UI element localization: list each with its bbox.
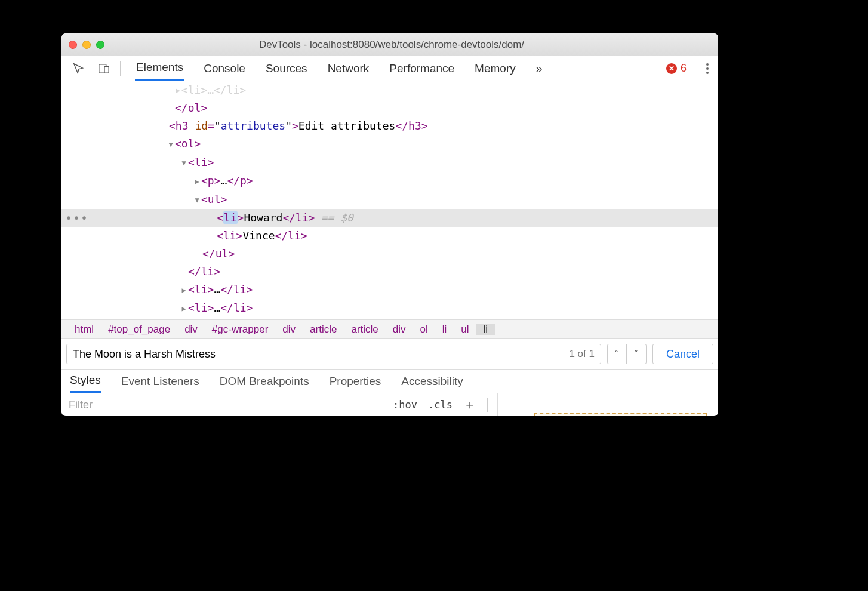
styles-filter-row: :hov .cls ＋ xyxy=(61,393,497,416)
selected-ellipsis-icon: ••• xyxy=(65,209,88,227)
inspect-element-button[interactable] xyxy=(66,56,91,81)
disclosure-triangle-icon[interactable]: ▼ xyxy=(193,191,201,209)
tab-memory[interactable]: Memory xyxy=(473,56,517,81)
new-style-rule-button[interactable]: ＋ xyxy=(463,396,476,414)
subtab-properties[interactable]: Properties xyxy=(330,370,381,393)
breadcrumb-item[interactable]: div xyxy=(386,324,413,335)
titlebar: DevTools - localhost:8080/web/tools/chro… xyxy=(61,33,718,56)
settings-menu-button[interactable] xyxy=(704,61,711,76)
error-count-value: 6 xyxy=(681,62,687,75)
search-bar: 1 of 1 ˄ ˅ Cancel xyxy=(61,339,718,370)
tree-row[interactable]: ▶<p>…</p> xyxy=(61,172,718,190)
breadcrumb-item[interactable]: ol xyxy=(413,324,435,335)
elements-tree[interactable]: ▸<li>…</li> </ol> <h3 id="attributes">Ed… xyxy=(61,81,718,320)
box-model-pane xyxy=(497,393,718,416)
search-box: 1 of 1 xyxy=(66,344,601,364)
zoom-window-button[interactable] xyxy=(96,41,104,49)
traffic-lights xyxy=(69,41,104,49)
hover-toggle[interactable]: :hov xyxy=(393,399,417,411)
svg-rect-1 xyxy=(104,66,109,73)
breadcrumb-item[interactable]: article xyxy=(303,324,344,335)
subtab-styles[interactable]: Styles xyxy=(70,370,101,393)
disclosure-triangle-icon[interactable]: ▼ xyxy=(180,154,188,172)
breadcrumb-item[interactable]: div xyxy=(275,324,303,335)
divider xyxy=(487,398,488,412)
disclosure-triangle-icon[interactable]: ▶ xyxy=(180,281,188,299)
disclosure-triangle-icon[interactable]: ▶ xyxy=(193,173,201,190)
breadcrumb-item[interactable]: ul xyxy=(454,324,476,335)
toolbar-divider xyxy=(695,61,695,76)
breadcrumb-item[interactable]: div xyxy=(177,324,205,335)
subtab-event-listeners[interactable]: Event Listeners xyxy=(121,370,199,393)
tree-row[interactable]: <li>Vince</li> xyxy=(61,227,718,245)
search-next-button[interactable]: ˅ xyxy=(627,344,646,364)
tab-network[interactable]: Network xyxy=(327,56,371,81)
minimize-window-button[interactable] xyxy=(82,41,91,49)
styles-subtabs: Styles Event Listeners DOM Breakpoints P… xyxy=(61,370,718,393)
search-input[interactable] xyxy=(67,348,563,361)
search-prev-button[interactable]: ˄ xyxy=(608,344,627,364)
cls-toggle[interactable]: .cls xyxy=(428,399,453,411)
error-count[interactable]: ✕ 6 xyxy=(666,62,687,75)
disclosure-triangle-icon[interactable]: ▶ xyxy=(180,300,188,318)
tree-row[interactable]: ▸<li>…</li> xyxy=(61,81,718,99)
breadcrumb-item[interactable]: li xyxy=(435,324,454,335)
panel-tabs: Elements Console Sources Network Perform… xyxy=(124,56,543,81)
subtab-accessibility[interactable]: Accessibility xyxy=(401,370,463,393)
breadcrumb-bar: html #top_of_page div #gc-wrapper div ar… xyxy=(61,320,718,339)
devtools-toolbar: Elements Console Sources Network Perform… xyxy=(61,56,718,81)
breadcrumb-item[interactable]: #gc-wrapper xyxy=(205,324,276,335)
window-title: DevTools - localhost:8080/web/tools/chro… xyxy=(104,39,679,51)
subtab-dom-breakpoints[interactable]: DOM Breakpoints xyxy=(220,370,309,393)
tree-row-selected[interactable]: •••<li>Howard</li>== $0 xyxy=(61,209,718,227)
devtools-window: DevTools - localhost:8080/web/tools/chro… xyxy=(61,33,718,416)
tab-sources[interactable]: Sources xyxy=(264,56,309,81)
breadcrumb-item-current[interactable]: li xyxy=(476,324,495,335)
tree-row[interactable]: <h3 id="attributes">Edit attributes</h3> xyxy=(61,117,718,135)
tree-row[interactable]: </ol> xyxy=(61,318,718,320)
tree-row[interactable]: </li> xyxy=(61,263,718,281)
tab-elements[interactable]: Elements xyxy=(135,56,184,81)
tree-row[interactable]: ▶<li>…</li> xyxy=(61,281,718,299)
tree-row[interactable]: ▼<ul> xyxy=(61,190,718,209)
tab-performance[interactable]: Performance xyxy=(388,56,455,81)
tab-overflow[interactable]: » xyxy=(535,56,544,81)
error-icon: ✕ xyxy=(666,63,677,74)
device-toolbar-button[interactable] xyxy=(91,56,116,81)
tab-console[interactable]: Console xyxy=(202,56,247,81)
tree-row[interactable]: </ul> xyxy=(61,245,718,263)
box-model-margin-outline xyxy=(534,413,707,416)
search-result-count: 1 of 1 xyxy=(563,348,601,360)
toolbar-divider xyxy=(120,61,121,76)
tree-row[interactable]: ▶<li>…</li> xyxy=(61,299,718,318)
tree-row[interactable]: ▼<li> xyxy=(61,153,718,172)
search-stepper: ˄ ˅ xyxy=(607,344,647,364)
breadcrumb-item[interactable]: html xyxy=(67,324,101,335)
disclosure-triangle-icon[interactable]: ▼ xyxy=(167,136,175,153)
tree-row[interactable]: </ol> xyxy=(61,99,718,117)
styles-filter-input[interactable] xyxy=(61,399,393,411)
close-window-button[interactable] xyxy=(69,41,77,49)
breadcrumb-item[interactable]: article xyxy=(344,324,385,335)
tree-row[interactable]: ▼<ol> xyxy=(61,135,718,153)
search-cancel-button[interactable]: Cancel xyxy=(652,344,713,364)
breadcrumb-item[interactable]: #top_of_page xyxy=(101,324,177,335)
